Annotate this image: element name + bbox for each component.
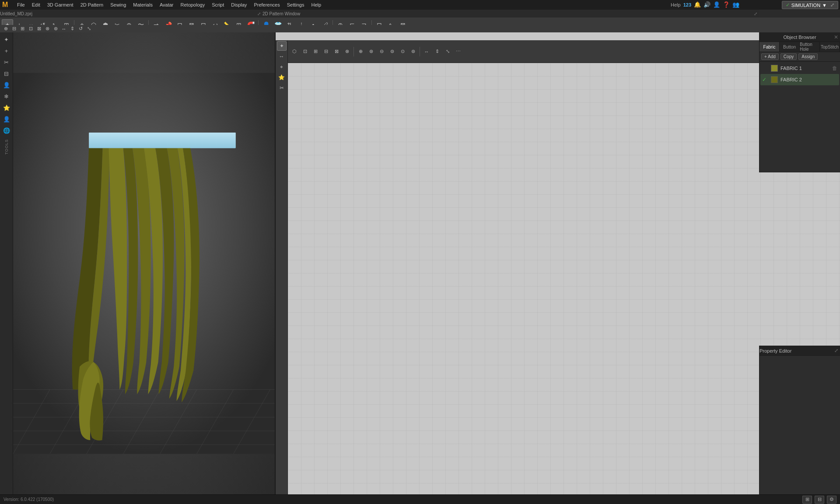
left-btn-fold[interactable]: ⊟ [1, 68, 12, 79]
view-btn-3[interactable]: ⚙ [827, 496, 836, 504]
main-area: ✦ ↔ ⌖ ⭐ ✂ ⬡ ⊡ ⊞ ⊟ ⊠ ⊗ ⊕ ⊛ ⊝ ⊜ ⊙ ⊚ ↔ ⇕ ⤡ … [13, 32, 840, 494]
sec-tool-11[interactable]: ⤡ [85, 26, 93, 32]
p2d-sep2 [420, 47, 420, 56]
menu-display[interactable]: Display [228, 1, 250, 8]
left-btn-add[interactable]: + [1, 46, 12, 56]
p2d-tool-star[interactable]: ⭐ [277, 73, 287, 82]
sec-tool-10[interactable]: ↺ [77, 26, 84, 32]
menu-retopology[interactable]: Retopology [178, 1, 208, 8]
p2d-tool-cursor[interactable]: ⌖ [277, 62, 287, 72]
status-bar: Version: 6.0.422 (170500) ⊞ ⊟ ⚙ [0, 494, 840, 504]
left-btn-freeze[interactable]: ❄ [1, 91, 12, 102]
menu-avatar[interactable]: Avatar [157, 1, 177, 8]
menu-script[interactable]: Script [209, 1, 227, 8]
pe-content [760, 356, 840, 359]
object-browser-title: Object Browser ✕ [760, 32, 840, 42]
p2d-top-t14[interactable]: ⇕ [432, 47, 442, 56]
fabric-1-delete[interactable]: 🗑 [832, 65, 837, 71]
p2d-top-t1[interactable]: ⬡ [290, 47, 299, 56]
community-icon: 👥 [732, 1, 739, 8]
pe-expand-icon[interactable]: ⤢ [834, 348, 838, 354]
menu-sewing[interactable]: Sewing [107, 1, 129, 8]
speaker-icon: 🔊 [704, 1, 710, 8]
object-browser: Object Browser ✕ Fabric Button Button Ho… [759, 32, 840, 172]
file-name: Untitled_MD.zprj [0, 11, 32, 16]
menu-3d-garment[interactable]: 3D Garment [44, 1, 77, 8]
p2d-tool-cut[interactable]: ✂ [277, 83, 287, 93]
p2d-top-t4[interactable]: ⊟ [321, 47, 331, 56]
p2d-top-t11[interactable]: ⊙ [398, 47, 407, 56]
ob-expand-icon[interactable]: ✕ [834, 34, 838, 40]
sec-tool-1[interactable]: ⊕ [2, 26, 10, 32]
left-btn-avatar[interactable]: 👤 [1, 80, 12, 90]
left-btn-globe[interactable]: 🌐 [1, 125, 12, 136]
ob-assign-button[interactable]: Assign [798, 53, 818, 60]
menu-help[interactable]: Help [308, 1, 324, 8]
p2d-top-t2[interactable]: ⊡ [300, 47, 310, 56]
menu-edit[interactable]: Edit [29, 1, 43, 8]
ob-action-bar: + Add Copy Assign [760, 52, 840, 62]
p2d-top-t10[interactable]: ⊜ [387, 47, 397, 56]
simulation-button[interactable]: ✓ SIMULATION ▼ ⤢ [782, 1, 838, 9]
property-editor-title: Property Editor ⤢ [760, 346, 840, 356]
left-btn-select[interactable]: ✦ [1, 34, 12, 45]
left-panel: ✦ + ✂ ⊟ 👤 ❄ ⭐ 👤 🌐 TOOLS [0, 32, 13, 494]
sec-tool-7[interactable]: ⊛ [52, 26, 60, 32]
menu-file[interactable]: File [14, 1, 28, 8]
view-btn-1[interactable]: ⊞ [802, 496, 812, 504]
ob-tab-topstitch[interactable]: TopStitch [820, 42, 840, 52]
p2d-tool-move[interactable]: ↔ [277, 52, 287, 61]
p2d-top-t15[interactable]: ⤡ [443, 47, 452, 56]
object-browser-tabs: Fabric Button Button Hole TopStitch [760, 42, 840, 52]
menu-preferences[interactable]: Preferences [251, 1, 283, 8]
ob-copy-button[interactable]: Copy [780, 53, 797, 60]
ob-tab-buttonhole[interactable]: Button Hole [800, 42, 820, 52]
p2d-top-t5[interactable]: ⊠ [332, 47, 341, 56]
left-btn-star[interactable]: ⭐ [1, 102, 12, 113]
expand-icon-2d[interactable]: ⤢ [754, 11, 757, 16]
p2d-top-t16[interactable]: ⋯ [453, 47, 463, 56]
fabric-2-check: ✓ [762, 77, 768, 83]
file-title-bar-2d: 2D Pattern Window ⤢ [262, 10, 759, 18]
window-2d-title: 2D Pattern Window [262, 11, 300, 16]
p2d-top-t13[interactable]: ↔ [422, 47, 431, 56]
menu-materials[interactable]: Materials [130, 1, 156, 8]
pattern-2d-window: ✦ ↔ ⌖ ⭐ ✂ ⬡ ⊡ ⊞ ⊟ ⊠ ⊗ ⊕ ⊛ ⊝ ⊜ ⊙ ⊚ ↔ ⇕ ⤡ … [276, 32, 840, 494]
ob-tab-fabric[interactable]: Fabric [760, 42, 780, 52]
sec-tool-8[interactable]: ↔ [60, 26, 68, 32]
fabric-item-2[interactable]: ✓ FABRIC 2 [760, 74, 839, 85]
p2d-top-t8[interactable]: ⊛ [366, 47, 376, 56]
simulation-checkbox: ✓ [786, 2, 790, 8]
left-btn-user[interactable]: 👤 [1, 114, 12, 124]
ob-add-button[interactable]: + Add [761, 53, 779, 60]
sec-tool-2[interactable]: ⊟ [10, 26, 18, 32]
view-btn-2[interactable]: ⊟ [815, 496, 824, 504]
sec-tool-9[interactable]: ⇕ [68, 26, 76, 32]
fabric-2-name: FABRIC 2 [780, 77, 835, 82]
viewport-3d[interactable] [13, 32, 276, 494]
p2d-top-t9[interactable]: ⊝ [377, 47, 386, 56]
left-btn-knife[interactable]: ✂ [1, 57, 12, 67]
pattern-canvas: ⤢ [288, 63, 840, 494]
sec-tool-5[interactable]: ⊠ [35, 26, 43, 32]
fabric-1-name: FABRIC 1 [780, 66, 830, 71]
fabric-item-1[interactable]: FABRIC 1 🗑 [760, 63, 839, 74]
pattern-2d-toolbar: ✦ ↔ ⌖ ⭐ ✂ [276, 40, 288, 494]
menu-bar: M File Edit 3D Garment 2D Pattern Sewing… [0, 0, 840, 10]
help-area: Help 123 🔔 🔊 👤 ❓ 👥 [671, 1, 739, 8]
left-panel-label: TOOLS [4, 139, 9, 154]
p2d-top-t3[interactable]: ⊞ [311, 47, 320, 56]
p2d-top-t7[interactable]: ⊕ [356, 47, 365, 56]
p2d-top-t6[interactable]: ⊗ [342, 47, 352, 56]
sec-tool-6[interactable]: ⊗ [43, 26, 51, 32]
sec-toolbar-group: ⊕ ⊟ ⊞ ⊡ ⊠ ⊗ ⊛ ↔ ⇕ ↺ ⤡ [2, 26, 93, 32]
menu-settings[interactable]: Settings [284, 1, 308, 8]
sec-tool-4[interactable]: ⊡ [27, 26, 35, 32]
ob-tab-button[interactable]: Button [780, 42, 800, 52]
p2d-tool-select[interactable]: ✦ [277, 41, 287, 51]
expand-icon-3d[interactable]: ⤢ [257, 11, 261, 16]
menu-2d-pattern[interactable]: 2D Pattern [77, 1, 107, 8]
sec-tool-3[interactable]: ⊞ [18, 26, 26, 32]
pattern-shapes-svg [288, 63, 419, 129]
p2d-top-t12[interactable]: ⊚ [408, 47, 418, 56]
